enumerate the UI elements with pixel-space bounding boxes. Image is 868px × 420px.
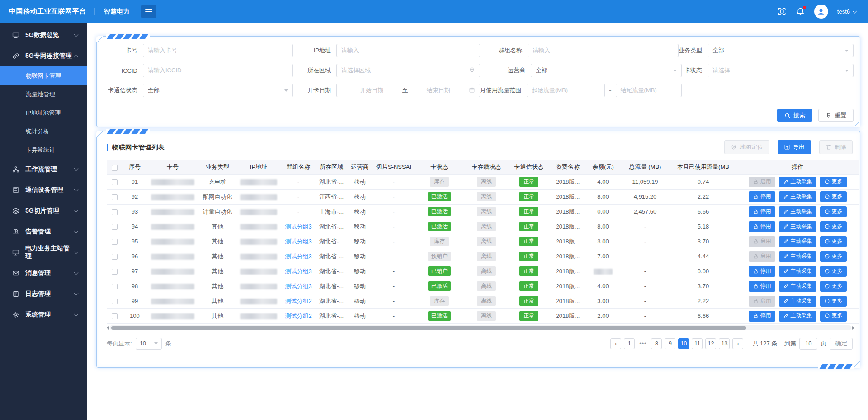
sidebar-item-ip-pool-mgmt[interactable]: IP地址池管理 <box>0 103 87 122</box>
toggle-enable-button[interactable]: 启用 <box>749 296 775 307</box>
carrier-select[interactable]: 全部 <box>531 64 682 77</box>
page-button-1[interactable]: 1 <box>624 338 635 349</box>
more-button[interactable]: 更多 <box>820 191 847 202</box>
jump-confirm-button[interactable]: 确定 <box>830 338 853 350</box>
row-checkbox[interactable] <box>112 209 118 215</box>
bell-icon[interactable] <box>796 7 805 16</box>
card-no-input[interactable]: 请输入卡号 <box>143 44 293 57</box>
row-checkbox[interactable] <box>112 239 118 245</box>
sidebar-item-statistics-analysis[interactable]: 统计分析 <box>0 122 87 140</box>
scroll-left-arrow[interactable] <box>107 326 109 330</box>
collect-button[interactable]: 主动采集 <box>779 221 816 232</box>
sidebar-item-alarm-mgmt[interactable]: 告警管理 <box>0 221 87 242</box>
collect-button[interactable]: 主动采集 <box>779 177 816 187</box>
row-checkbox[interactable] <box>112 254 118 260</box>
page-size-select[interactable]: 10 <box>136 338 162 350</box>
toggle-enable-button[interactable]: 停用 <box>749 191 775 202</box>
more-button[interactable]: 更多 <box>820 281 847 292</box>
sidebar-item-iot-card-mgmt[interactable]: 物联网卡管理 <box>0 66 87 85</box>
row-checkbox[interactable] <box>112 299 118 304</box>
row-checkbox[interactable] <box>112 224 118 230</box>
map-locate-button[interactable]: 地图定位 <box>724 140 769 154</box>
toggle-enable-button[interactable]: 停用 <box>749 266 775 277</box>
more-button[interactable]: 更多 <box>820 177 847 187</box>
page-button-10[interactable]: 10 <box>678 338 689 349</box>
region-input[interactable]: 请选择区域 <box>336 64 480 77</box>
delete-button[interactable]: 删除 <box>819 140 853 154</box>
group-link[interactable]: 测试分组3 <box>285 283 311 289</box>
sidebar-item-5g-private-network[interactable]: 5G专网连接管理 <box>0 46 87 66</box>
jump-page-input[interactable]: 10 <box>799 338 817 350</box>
collect-button[interactable]: 主动采集 <box>779 296 816 307</box>
sidebar-item-5g-slice-mgmt[interactable]: 5G切片管理 <box>0 201 87 221</box>
row-checkbox[interactable] <box>112 313 118 319</box>
search-button[interactable]: 搜索 <box>777 109 812 122</box>
row-checkbox[interactable] <box>112 179 118 185</box>
sidebar-item-system-mgmt[interactable]: 系统管理 <box>0 304 87 325</box>
group-name-input[interactable]: 请输入 <box>528 44 679 57</box>
collect-button[interactable]: 主动采集 <box>779 281 816 292</box>
toggle-enable-button[interactable]: 启用 <box>749 236 775 247</box>
group-link[interactable]: 测试分组3 <box>285 238 311 245</box>
collect-button[interactable]: 主动采集 <box>779 311 816 322</box>
collect-button[interactable]: 主动采集 <box>779 266 816 277</box>
toggle-enable-button[interactable]: 停用 <box>749 311 775 322</box>
toggle-enable-button[interactable]: 启用 <box>749 251 775 262</box>
user-avatar-icon[interactable] <box>814 5 828 19</box>
more-button[interactable]: 更多 <box>820 296 847 307</box>
sidebar-item-log-mgmt[interactable]: 日志管理 <box>0 284 87 304</box>
menu-toggle-button[interactable] <box>141 5 156 18</box>
collect-button[interactable]: 主动采集 <box>779 236 816 247</box>
fullscreen-icon[interactable] <box>777 7 787 16</box>
toggle-enable-button[interactable]: 启用 <box>749 177 775 187</box>
sidebar-item-message-mgmt[interactable]: 消息管理 <box>0 263 87 284</box>
group-link[interactable]: 测试分组3 <box>285 268 311 275</box>
page-button-9[interactable]: 9 <box>665 338 675 349</box>
collect-button[interactable]: 主动采集 <box>779 251 816 262</box>
sidebar-item-traffic-pool-mgmt[interactable]: 流量池管理 <box>0 85 87 103</box>
group-link[interactable]: 测试分组3 <box>285 223 311 230</box>
more-button[interactable]: 更多 <box>820 221 847 232</box>
collect-button[interactable]: 主动采集 <box>779 206 816 217</box>
monthly-usage-range-end-input[interactable]: 结尾流量(MB) <box>616 84 682 97</box>
group-link[interactable]: 测试分组3 <box>285 253 311 260</box>
more-pages-button[interactable]: ••• <box>637 338 648 349</box>
card-comm-status-select[interactable]: 全部 <box>143 84 293 97</box>
scrollbar-thumb[interactable] <box>111 326 746 330</box>
sidebar-item-comm-device-mgmt[interactable]: 通信设备管理 <box>0 180 87 201</box>
activation-date-daterange[interactable]: 开始日期至结束日期 <box>336 84 480 97</box>
user-menu[interactable]: test6 <box>837 8 856 15</box>
page-button-11[interactable]: 11 <box>692 338 703 349</box>
more-button[interactable]: 更多 <box>820 236 847 247</box>
page-button-12[interactable]: 12 <box>705 338 716 349</box>
monthly-usage-range-start-input[interactable]: 起始流量(MB) <box>527 84 605 97</box>
iccid-input[interactable]: 请输入ICCID <box>143 64 293 77</box>
toggle-enable-button[interactable]: 停用 <box>749 206 775 217</box>
reset-button[interactable]: 重置 <box>818 109 854 122</box>
next-page-button[interactable]: › <box>732 338 743 349</box>
scrollbar-track[interactable] <box>110 325 851 330</box>
ip-address-input[interactable]: 请输入 <box>336 44 480 57</box>
group-link[interactable]: 测试分组2 <box>285 313 311 319</box>
sidebar-item-5g-data-overview[interactable]: 5G数据总览 <box>0 25 87 46</box>
business-type-select[interactable]: 全部 <box>708 44 854 57</box>
export-button[interactable]: 导出 <box>778 140 811 154</box>
group-link[interactable]: 测试分组2 <box>285 298 311 304</box>
more-button[interactable]: 更多 <box>820 266 847 277</box>
row-checkbox[interactable] <box>112 269 118 275</box>
collect-button[interactable]: 主动采集 <box>779 191 816 202</box>
page-button-8[interactable]: 8 <box>651 338 662 349</box>
sidebar-item-card-abnormal-stats[interactable]: 卡异常统计 <box>0 140 87 159</box>
card-status-select[interactable]: 请选择 <box>708 64 854 77</box>
toggle-enable-button[interactable]: 停用 <box>749 281 775 292</box>
row-checkbox[interactable] <box>112 194 118 200</box>
sidebar-item-workflow-mgmt[interactable]: 工作流管理 <box>0 159 87 180</box>
prev-page-button[interactable]: ‹ <box>610 338 621 349</box>
more-button[interactable]: 更多 <box>820 251 847 262</box>
page-button-13[interactable]: 13 <box>719 338 730 349</box>
toggle-enable-button[interactable]: 停用 <box>749 221 775 232</box>
scroll-right-arrow[interactable] <box>852 326 854 330</box>
select-all-checkbox[interactable] <box>112 165 118 171</box>
row-checkbox[interactable] <box>112 284 118 289</box>
more-button[interactable]: 更多 <box>820 311 847 322</box>
